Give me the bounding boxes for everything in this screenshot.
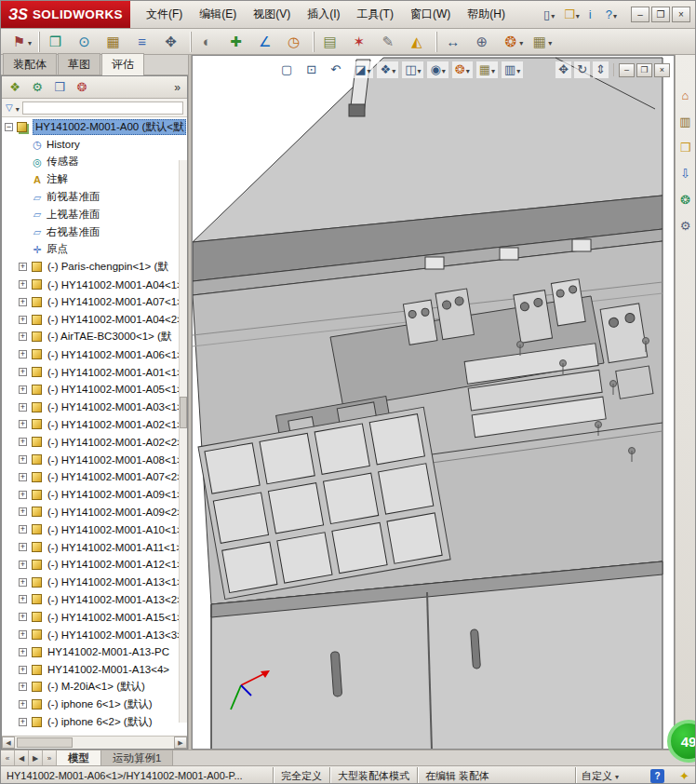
tree-item[interactable]: (-) HY141002-M001-A13<2>: [2, 591, 187, 609]
design-library-icon[interactable]: ▥: [677, 113, 694, 129]
expand-icon[interactable]: [19, 718, 27, 726]
featuremanager-tab-icon[interactable]: ❖: [5, 78, 25, 96]
show-hidden-components-icon[interactable]: ◐: [195, 32, 223, 52]
mate-icon[interactable]: ⊙: [73, 32, 100, 52]
expand-icon[interactable]: [19, 403, 27, 412]
tree-item[interactable]: 原点: [2, 241, 187, 259]
expand-icon[interactable]: [19, 561, 27, 569]
document-tab[interactable]: 运动算例1: [101, 750, 173, 765]
tree-item[interactable]: (-) HY141002-M001-A03<1>: [2, 399, 187, 416]
tree-item[interactable]: (-) HY141002-M001-A10<1>: [2, 520, 187, 538]
maximize-button[interactable]: ❐: [651, 7, 670, 22]
tree-item[interactable]: (-) iphone 6<1> (默认): [2, 696, 187, 713]
expand-icon[interactable]: [19, 280, 27, 289]
model-viewport[interactable]: [193, 56, 675, 750]
tree-root-item[interactable]: HY141002-M001-A00 (默认<默: [2, 118, 187, 136]
expand-icon[interactable]: [19, 316, 27, 324]
mass-properties-icon[interactable]: ⊕: [470, 32, 498, 52]
close-doc-button[interactable]: ×: [654, 63, 670, 77]
solidworks-resources-icon[interactable]: ⚑: [7, 32, 35, 52]
expand-icon[interactable]: [19, 507, 27, 516]
expand-icon[interactable]: [19, 491, 27, 499]
expand-icon[interactable]: [19, 648, 27, 656]
displaymanager-tab-icon[interactable]: ❂: [72, 78, 92, 96]
open-document-icon[interactable]: ❒: [560, 6, 583, 24]
expand-icon[interactable]: [19, 683, 27, 691]
help-menu-icon[interactable]: ?: [602, 6, 621, 24]
insert-components-icon[interactable]: ❒: [44, 32, 72, 52]
hide-show-items-icon[interactable]: ◉: [427, 61, 448, 78]
configurationmanager-tab-icon[interactable]: ❒: [49, 78, 70, 96]
expand-icon[interactable]: [19, 332, 27, 341]
expand-icon[interactable]: [19, 595, 27, 603]
expand-icon[interactable]: [19, 525, 27, 534]
menu-item[interactable]: 工具(T): [349, 4, 402, 25]
expand-icon[interactable]: [19, 438, 27, 446]
expand-icon[interactable]: [19, 350, 27, 358]
view-settings-icon[interactable]: ▥: [502, 61, 523, 78]
expand-icon[interactable]: [19, 578, 27, 587]
menu-item[interactable]: 窗口(W): [402, 4, 459, 25]
tree-item[interactable]: (-) HY141002-M001-A09<1>: [2, 486, 187, 504]
tree-item[interactable]: (-) HY141002-M001-A07<1>: [2, 293, 187, 311]
tree-item[interactable]: (-) HY141002-M001-A02<2>: [2, 433, 187, 451]
expand-icon[interactable]: [19, 420, 27, 428]
expand-icon[interactable]: [19, 473, 27, 481]
tree-item[interactable]: (-) Paris-chengpin<1> (默: [2, 258, 187, 276]
previous-view-icon[interactable]: ↶: [328, 61, 348, 78]
tree-item[interactable]: (-) HY141002-M001-A12<1>: [2, 556, 187, 574]
tree-item[interactable]: (-) HY141002-M001-A02<1>: [2, 416, 187, 434]
display-style-icon[interactable]: ◫: [402, 61, 423, 78]
custom-properties-icon[interactable]: ⚙: [677, 217, 694, 234]
minimize-button[interactable]: –: [631, 7, 649, 22]
move-component-icon[interactable]: ✥: [159, 32, 187, 52]
tree-item[interactable]: (-) HY141002-M001-A15<1>: [2, 608, 187, 626]
zoom-fit-icon[interactable]: ▢: [278, 61, 300, 78]
zoom-in-out-icon[interactable]: ⇕: [593, 61, 609, 78]
commandmanager-tab[interactable]: 装配体: [3, 53, 57, 74]
collapse-icon[interactable]: [5, 123, 13, 131]
scroll-thumb[interactable]: [17, 737, 73, 748]
expand-icon[interactable]: [19, 455, 27, 464]
scroll-track[interactable]: [15, 737, 174, 749]
tree-scrollbar-thumb[interactable]: [180, 397, 187, 428]
new-motion-study-icon[interactable]: ◷: [282, 32, 310, 52]
expand-icon[interactable]: [19, 700, 27, 709]
commandmanager-tab[interactable]: 评估: [101, 53, 144, 75]
file-explorer-icon[interactable]: ❒: [677, 139, 694, 155]
view-orientation-icon[interactable]: ❖: [377, 61, 398, 78]
rotate-view-icon[interactable]: ↻: [574, 61, 590, 78]
propertymanager-tab-icon[interactable]: ⚙: [27, 78, 47, 96]
tree-item[interactable]: (-) HY141002-M001-A13<3>: [2, 626, 187, 643]
scroll-left-icon[interactable]: ◀: [2, 737, 15, 749]
expand-icon[interactable]: [19, 298, 27, 306]
document-tab[interactable]: 模型: [57, 750, 101, 765]
commandmanager-tab[interactable]: 草图: [58, 53, 100, 74]
minimize-doc-button[interactable]: –: [619, 63, 635, 77]
expand-icon[interactable]: [19, 543, 27, 551]
next-tab-button[interactable]: ▶: [29, 750, 43, 765]
search-icon[interactable]: ⇩: [677, 165, 694, 182]
menu-item[interactable]: 插入(I): [299, 4, 348, 25]
tree-item[interactable]: History: [2, 136, 187, 154]
tree-item[interactable]: 传感器: [2, 154, 187, 171]
smart-fasteners-icon[interactable]: ≡: [130, 32, 158, 52]
tree-item[interactable]: (-) iphone 6<2> (默认): [2, 713, 187, 731]
tree-item[interactable]: 注解: [2, 170, 187, 188]
quick-tips-icon[interactable]: ✦: [679, 769, 689, 783]
customize-dropdown[interactable]: 自定义: [575, 767, 624, 784]
menu-item[interactable]: 文件(F): [138, 4, 191, 25]
apply-scene-icon[interactable]: ▦: [476, 61, 498, 78]
exploded-view-icon[interactable]: ✶: [347, 32, 375, 52]
measure-icon[interactable]: ↔: [441, 32, 469, 52]
tree-item[interactable]: HY141002-M001-A13<4>: [2, 661, 187, 679]
expand-icon[interactable]: [19, 368, 27, 376]
tree-filter-field[interactable]: [22, 101, 183, 115]
filter-icon[interactable]: ▽: [6, 102, 13, 113]
section-view-icon[interactable]: ◪: [352, 61, 373, 78]
tree-item[interactable]: (-) HY141002-M001-A08<1>: [2, 451, 187, 468]
expand-icon[interactable]: [19, 613, 27, 621]
menu-item[interactable]: 帮助(H): [459, 4, 514, 25]
menu-item[interactable]: 视图(V): [245, 4, 299, 25]
tree-item[interactable]: (-) M-20iA<1> (默认): [2, 679, 187, 696]
